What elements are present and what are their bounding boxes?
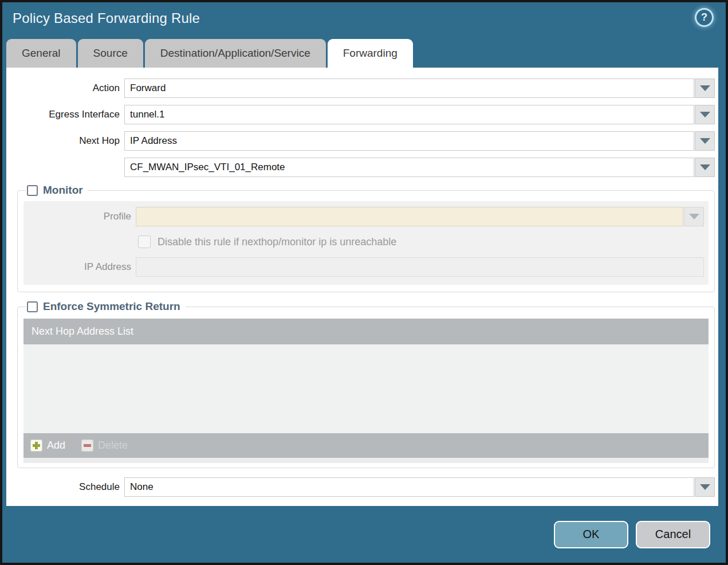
tab-forwarding[interactable]: Forwarding xyxy=(328,39,413,68)
tab-destination-application-service[interactable]: Destination/Application/Service xyxy=(145,39,326,68)
next-hop-address-value[interactable]: CF_MWAN_IPsec_VTI_01_Remote xyxy=(124,158,694,177)
profile-label: Profile xyxy=(29,211,131,222)
next-hop-address-row: CF_MWAN_IPsec_VTI_01_Remote xyxy=(6,158,718,177)
table-toolbar: Add Delete xyxy=(23,433,709,458)
table-body-empty[interactable] xyxy=(23,344,709,433)
disable-rule-checkbox[interactable] xyxy=(138,236,151,248)
cancel-button[interactable]: Cancel xyxy=(636,521,710,548)
next-hop-type-dropdown-button[interactable] xyxy=(695,131,715,151)
action-dropdown-button[interactable] xyxy=(695,79,715,98)
profile-row: Profile xyxy=(29,207,704,226)
schedule-dropdown-button[interactable] xyxy=(695,477,715,497)
chevron-down-icon xyxy=(700,85,710,91)
schedule-select: None xyxy=(124,477,715,497)
forwarding-tab-panel: Action Forward Egress Interface tunnel.1… xyxy=(6,68,718,506)
monitor-ip-label: IP Address xyxy=(29,261,131,273)
ok-button[interactable]: OK xyxy=(554,521,628,548)
dialog-title: Policy Based Forwarding Rule xyxy=(13,10,200,26)
symmetric-return-legend-label: Enforce Symmetric Return xyxy=(43,300,180,313)
next-hop-type-value[interactable]: IP Address xyxy=(124,131,694,151)
dialog-titlebar: Policy Based Forwarding Rule ? xyxy=(2,2,726,36)
symmetric-return-checkbox[interactable] xyxy=(27,301,38,312)
profile-value[interactable] xyxy=(136,207,683,226)
tab-bar: General Source Destination/Application/S… xyxy=(6,36,718,68)
monitor-ip-input[interactable] xyxy=(136,257,704,277)
symmetric-return-fieldset: Enforce Symmetric Return Next Hop Addres… xyxy=(17,300,715,468)
chevron-down-icon xyxy=(689,214,699,219)
next-hop-row: Next Hop IP Address xyxy=(6,131,718,151)
monitor-checkbox[interactable] xyxy=(27,185,38,196)
profile-dropdown-button[interactable] xyxy=(684,207,704,226)
disable-rule-label: Disable this rule if nexthop/monitor ip … xyxy=(158,236,396,248)
delete-button[interactable]: Delete xyxy=(81,440,128,452)
action-row: Action Forward xyxy=(6,79,718,98)
next-hop-address-dropdown-button[interactable] xyxy=(695,158,715,177)
add-button[interactable]: Add xyxy=(30,440,65,452)
monitor-ip-row: IP Address xyxy=(29,257,704,277)
chevron-down-icon xyxy=(700,484,710,490)
add-plus-icon xyxy=(30,440,42,452)
action-value[interactable]: Forward xyxy=(124,79,694,98)
egress-interface-row: Egress Interface tunnel.1 xyxy=(6,105,718,124)
dialog-footer: OK Cancel xyxy=(2,506,726,563)
action-select: Forward xyxy=(124,79,715,98)
monitor-panel: Profile Disable this rule if nexthop/mon… xyxy=(23,201,709,285)
symmetric-return-legend: Enforce Symmetric Return xyxy=(26,300,185,313)
next-hop-type-select: IP Address xyxy=(124,131,715,151)
add-button-label: Add xyxy=(47,440,65,452)
monitor-legend-label: Monitor xyxy=(43,184,83,197)
pbf-rule-dialog: Policy Based Forwarding Rule ? General S… xyxy=(0,0,728,565)
chevron-down-icon xyxy=(700,164,710,170)
schedule-row: Schedule None xyxy=(6,477,718,497)
tab-general[interactable]: General xyxy=(6,39,76,68)
tab-source[interactable]: Source xyxy=(78,39,143,68)
table-scroll-strip xyxy=(23,458,709,463)
schedule-value[interactable]: None xyxy=(124,477,694,497)
monitor-fieldset: Monitor Profile Disable this rule if nex… xyxy=(17,184,715,292)
next-hop-address-list-table: Next Hop Address List Add Delete xyxy=(23,319,709,463)
egress-interface-dropdown-button[interactable] xyxy=(695,105,715,124)
egress-interface-select: tunnel.1 xyxy=(124,105,715,124)
egress-interface-label: Egress Interface xyxy=(6,109,120,120)
schedule-label: Schedule xyxy=(6,481,120,493)
next-hop-label: Next Hop xyxy=(6,135,120,147)
chevron-down-icon xyxy=(700,112,710,117)
delete-minus-icon xyxy=(81,440,93,452)
profile-select xyxy=(136,207,704,226)
help-icon[interactable]: ? xyxy=(696,10,712,25)
action-label: Action xyxy=(6,83,120,94)
next-hop-address-select: CF_MWAN_IPsec_VTI_01_Remote xyxy=(124,158,715,177)
chevron-down-icon xyxy=(700,138,710,144)
egress-interface-value[interactable]: tunnel.1 xyxy=(124,105,694,124)
table-header-next-hop-address-list: Next Hop Address List xyxy=(23,319,709,344)
disable-rule-row: Disable this rule if nexthop/monitor ip … xyxy=(138,234,704,249)
monitor-legend: Monitor xyxy=(26,184,88,197)
delete-button-label: Delete xyxy=(98,440,128,452)
